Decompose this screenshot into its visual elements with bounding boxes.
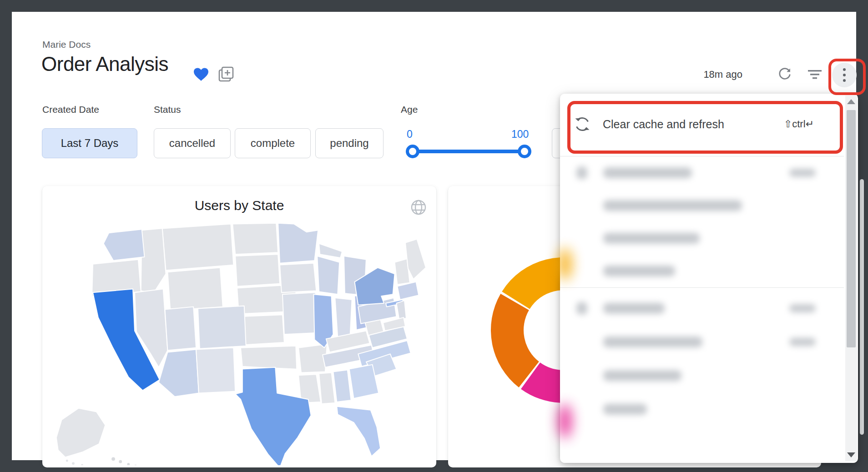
page-title: Order Analysis: [41, 53, 168, 75]
globe-icon[interactable]: [410, 199, 427, 216]
menu-scrollbar-thumb[interactable]: [847, 110, 856, 347]
state-mn[interactable]: [278, 223, 318, 263]
dashboard-actions-menu: Clear cache and refresh ⇧ctrl↵: [560, 94, 858, 463]
filter-label-age: Age: [401, 104, 418, 115]
blurred-menu-label: [603, 404, 647, 415]
us-choropleth-map[interactable]: [42, 216, 436, 465]
state-al[interactable]: [333, 370, 351, 402]
copy-dashboard-icon[interactable]: [217, 65, 235, 83]
state-ma-ct-ri[interactable]: [397, 282, 419, 300]
blurred-menu-label: [603, 200, 742, 211]
state-ar[interactable]: [298, 344, 327, 373]
state-fl[interactable]: [337, 407, 380, 457]
blurred-menu-label: [603, 266, 675, 276]
menu-item-blurred[interactable]: [560, 222, 844, 255]
age-slider-handle-min[interactable]: [406, 145, 419, 158]
filter-label-status: Status: [154, 104, 181, 115]
state-sd[interactable]: [235, 254, 280, 286]
state-nm[interactable]: [196, 348, 235, 393]
menu-item-blurred[interactable]: [560, 291, 844, 325]
state-ut[interactable]: [165, 307, 197, 351]
scroll-up-icon[interactable]: [847, 99, 855, 104]
state-nd[interactable]: [232, 223, 278, 255]
state-wa[interactable]: [104, 229, 145, 260]
ak-island: [81, 464, 83, 465]
state-mt[interactable]: [162, 224, 234, 271]
menu-item-blurred[interactable]: [560, 255, 844, 287]
kebab-dot: [843, 79, 846, 82]
state-nj[interactable]: [396, 301, 406, 319]
last-updated-text: 18m ago: [703, 69, 742, 80]
filter-status-complete[interactable]: complete: [235, 128, 311, 158]
filter-label-created-date: Created Date: [42, 104, 99, 115]
kebab-menu-button[interactable]: [832, 63, 857, 87]
tile-users-by-state: Users by State: [42, 186, 436, 467]
filter-created-date-value[interactable]: Last 7 Days: [42, 128, 137, 158]
state-id[interactable]: [141, 228, 166, 293]
menu-divider: [560, 287, 844, 288]
menu-item-clear-cache[interactable]: Clear cache and refresh ⇧ctrl↵: [560, 102, 842, 146]
ak-island: [72, 462, 75, 465]
state-ok[interactable]: [241, 346, 297, 369]
refresh-icon[interactable]: [777, 65, 792, 81]
age-max-value: 100: [511, 128, 529, 141]
menu-item-blurred[interactable]: [560, 189, 844, 222]
map-tile-title: Users by State: [42, 198, 436, 213]
menu-item-blurred[interactable]: [560, 392, 844, 426]
state-hi[interactable]: [134, 465, 137, 465]
blurred-menu-label: [603, 303, 665, 314]
kebab-dot: [843, 74, 846, 76]
favorite-heart-icon[interactable]: [193, 67, 209, 82]
menu-item-shortcut: ⇧ctrl↵: [784, 118, 814, 130]
donut-segment-orange[interactable]: [491, 294, 539, 387]
menu-item-blurred[interactable]: [560, 359, 844, 392]
dashboard-page: Marie Docs Order Analysis 18m ago Create…: [12, 12, 856, 460]
blurred-menu-label: [603, 336, 702, 347]
filter-icon[interactable]: [807, 67, 823, 83]
scroll-down-icon[interactable]: [847, 452, 855, 457]
blurred-menu-shortcut: [789, 338, 816, 346]
breadcrumb[interactable]: Marie Docs: [42, 39, 91, 50]
state-ia[interactable]: [280, 263, 316, 293]
state-hi[interactable]: [119, 460, 122, 463]
state-co[interactable]: [198, 306, 246, 349]
blur-smear-magenta: [558, 404, 572, 438]
sync-icon: [573, 115, 592, 134]
blur-smear-amber: [558, 248, 572, 280]
state-ak[interactable]: [56, 408, 106, 457]
menu-scrollbar[interactable]: [845, 95, 857, 461]
blurred-menu-label: [603, 167, 692, 178]
kebab-dot: [843, 68, 846, 71]
state-mi-upper[interactable]: [319, 244, 342, 258]
ak-island: [66, 460, 68, 462]
blurred-menu-shortcut: [789, 169, 816, 177]
blurred-menu-icon: [576, 302, 587, 315]
state-hi[interactable]: [111, 457, 115, 461]
age-slider-handle-max[interactable]: [518, 145, 531, 158]
menu-blurred-sections: [560, 156, 844, 426]
blurred-menu-shortcut: [789, 304, 816, 312]
blurred-menu-label: [603, 370, 681, 381]
state-in[interactable]: [335, 298, 352, 337]
blurred-menu-label: [603, 233, 700, 244]
menu-item-blurred[interactable]: [560, 156, 844, 189]
filter-status-cancelled[interactable]: cancelled: [154, 128, 231, 158]
state-ms[interactable]: [319, 372, 335, 404]
page-scrollbar-thumb[interactable]: [860, 179, 864, 435]
filter-status-pending[interactable]: pending: [315, 128, 384, 158]
age-slider-track[interactable]: [409, 150, 524, 153]
menu-item-label: Clear cache and refresh: [603, 118, 724, 131]
blurred-menu-icon: [576, 166, 587, 179]
age-min-value: 0: [407, 128, 413, 141]
state-hi[interactable]: [127, 463, 130, 465]
state-wi[interactable]: [317, 256, 339, 294]
menu-item-blurred[interactable]: [560, 325, 844, 359]
state-wy[interactable]: [167, 268, 222, 311]
